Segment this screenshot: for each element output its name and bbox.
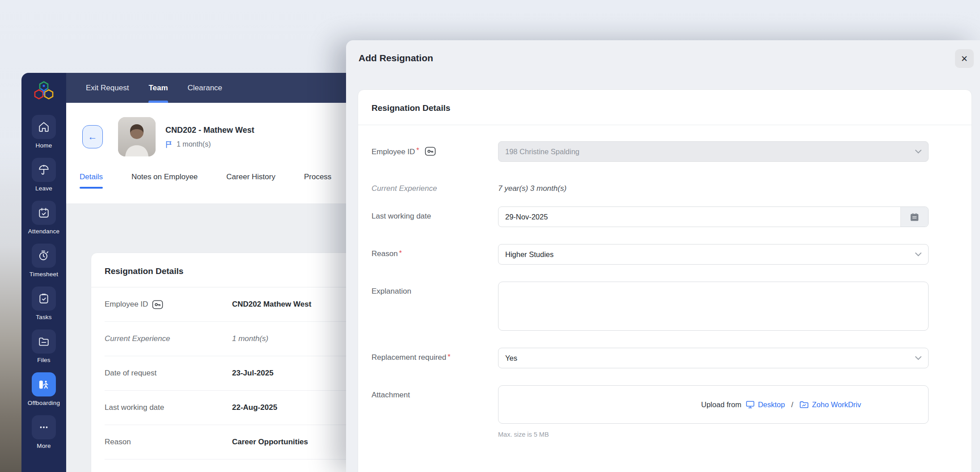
replacement-required-select[interactable]: Yes <box>498 348 929 368</box>
form-row-reason: Reason* Higher Studies <box>372 244 958 265</box>
explanation-label: Explanation <box>372 282 498 331</box>
employee-experience: 1 month(s) <box>177 140 211 148</box>
key-icon <box>152 300 163 309</box>
back-button[interactable]: ← <box>82 125 103 148</box>
form-section-title: Resignation Details <box>358 90 972 125</box>
row-label: Current Experience <box>105 334 170 343</box>
home-icon <box>32 115 56 139</box>
sidebar-item-files[interactable]: Files <box>32 329 56 363</box>
sidebar-label: Offboarding <box>28 400 60 406</box>
row-value: CND202 Mathew West <box>232 300 311 309</box>
tab-career-history[interactable]: Career History <box>226 173 275 189</box>
separator: / <box>791 400 794 409</box>
form-row-explanation: Explanation <box>372 282 958 331</box>
upload-from-text: Upload from <box>701 400 741 409</box>
reason-select[interactable]: Higher Studies <box>498 244 929 265</box>
app-sidebar: Home Leave Attendance Timesheet Tasks Fi… <box>21 73 66 472</box>
zoho-people-logo <box>33 80 55 101</box>
replacement-required-label: Replacement required* <box>372 348 498 368</box>
tab-team[interactable]: Team <box>148 73 168 103</box>
close-icon: ✕ <box>961 54 968 64</box>
tab-notes-on-employee[interactable]: Notes on Employee <box>131 173 198 189</box>
zoho-workdrive-icon <box>799 400 809 409</box>
calendar-check-icon <box>32 201 56 225</box>
folder-icon <box>32 329 56 354</box>
max-size-hint: Max. size is 5 MB <box>498 431 929 438</box>
sidebar-item-more[interactable]: More <box>32 415 56 449</box>
form-row-employee-id: Employee ID* 198 Christine Spalding <box>372 141 958 162</box>
add-resignation-modal: Add Resignation ✕ Resignation Details Em… <box>346 40 980 472</box>
attachment-label: Attachment <box>372 385 498 438</box>
employee-avatar <box>118 117 156 156</box>
tab-details[interactable]: Details <box>80 173 103 189</box>
explanation-textarea[interactable] <box>498 282 929 331</box>
last-working-date-input[interactable]: 29-Nov-2025 <box>498 207 900 227</box>
sidebar-item-timesheet[interactable]: Timesheet <box>30 244 58 278</box>
resignation-form: Employee ID* 198 Christine Spalding Curr… <box>358 125 972 438</box>
row-value: 22-Aug-2025 <box>232 403 277 412</box>
sidebar-label: Files <box>37 357 51 363</box>
flag-icon <box>165 140 173 148</box>
calendar-button[interactable] <box>900 207 928 227</box>
upload-workdrive-link[interactable]: Zoho WorkDriv <box>799 400 861 409</box>
modal-title: Add Resignation <box>346 40 980 63</box>
sidebar-label: Home <box>36 142 52 149</box>
upload-desktop-link[interactable]: Desktop <box>746 400 785 409</box>
close-button[interactable]: ✕ <box>955 49 974 68</box>
sidebar-label: Tasks <box>36 314 52 320</box>
required-marker: * <box>416 147 419 154</box>
sidebar-label: Leave <box>35 185 52 192</box>
row-label: Reason <box>105 438 131 447</box>
timer-icon <box>32 244 56 268</box>
clipboard-check-icon <box>32 287 56 311</box>
more-dots-icon <box>32 415 56 439</box>
umbrella-icon <box>32 158 56 182</box>
back-arrow-icon: ← <box>88 131 97 142</box>
form-row-replacement-required: Replacement required* Yes <box>372 348 958 368</box>
tab-exit-request[interactable]: Exit Request <box>86 73 129 103</box>
form-row-attachment: Attachment Upload from Desktop / Zoho Wo… <box>372 385 958 438</box>
employee-id-select[interactable]: 198 Christine Spalding <box>498 141 929 162</box>
form-row-current-experience: Current Experience 7 year(s) 3 month(s) <box>372 179 958 193</box>
attachment-dropzone[interactable]: Upload from Desktop / Zoho WorkDriv <box>498 385 929 424</box>
sidebar-label: More <box>37 442 51 449</box>
row-label: Date of request <box>105 369 156 378</box>
employee-name: CND202 - Mathew West <box>165 126 254 135</box>
required-marker: * <box>399 249 402 257</box>
desktop-icon <box>746 400 755 409</box>
last-working-date-label: Last working date <box>372 206 498 227</box>
sidebar-item-offboarding[interactable]: Offboarding <box>28 372 60 406</box>
calendar-icon <box>910 212 919 222</box>
form-row-last-working-date: Last working date 29-Nov-2025 <box>372 206 958 227</box>
row-label: Last working date <box>105 403 164 412</box>
current-experience-value: 7 year(s) 3 month(s) <box>498 179 929 193</box>
sidebar-item-leave[interactable]: Leave <box>32 158 56 192</box>
sidebar-item-attendance[interactable]: Attendance <box>28 201 59 235</box>
sidebar-label: Timesheet <box>30 271 58 278</box>
resignation-form-card: Resignation Details Employee ID* 198 Chr… <box>358 89 972 472</box>
employee-id-label: Employee ID* <box>372 141 498 162</box>
required-marker: * <box>448 353 450 361</box>
sidebar-label: Attendance <box>28 228 59 235</box>
key-icon <box>425 147 436 156</box>
row-value: Career Opportunities <box>232 438 308 447</box>
tab-process[interactable]: Process <box>304 173 331 189</box>
row-value: 1 month(s) <box>232 334 268 343</box>
sidebar-item-tasks[interactable]: Tasks <box>32 287 56 320</box>
row-value: 23-Jul-2025 <box>232 369 274 378</box>
current-experience-label: Current Experience <box>372 179 498 193</box>
sidebar-item-home[interactable]: Home <box>32 115 56 149</box>
reason-label: Reason* <box>372 244 498 265</box>
offboarding-door-icon <box>32 372 56 396</box>
row-label: Employee ID <box>105 300 148 309</box>
tab-clearance[interactable]: Clearance <box>188 73 223 103</box>
